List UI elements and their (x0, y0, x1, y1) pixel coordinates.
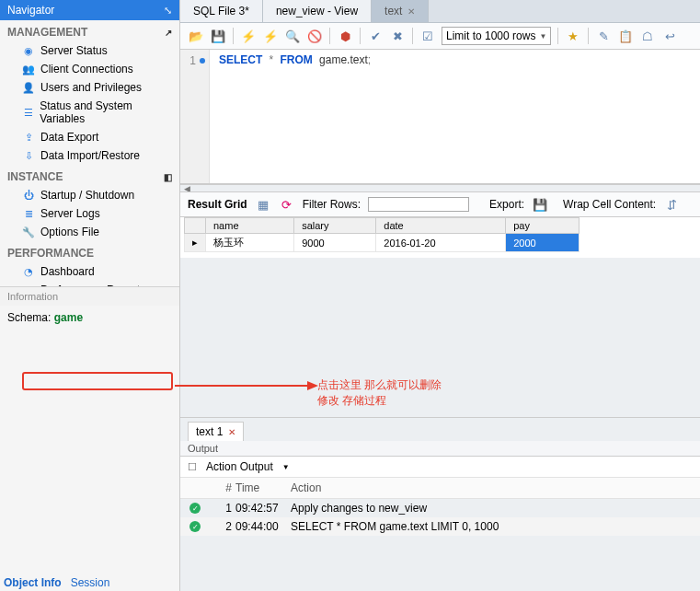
nav-item-dashboard[interactable]: ◔Dashboard (0, 262, 179, 281)
execute-icon[interactable]: ⚡ (240, 28, 257, 44)
breakpoint-icon[interactable] (200, 58, 205, 64)
information-header: Information (0, 286, 179, 306)
instance-section-title: INSTANCE ◧ (0, 165, 179, 186)
editor-tabs: SQL File 3* new_view - View text✕ (180, 0, 700, 23)
result-toolbar: Result Grid ▦ ⟳ Filter Rows: Export: 💾 W… (180, 191, 700, 217)
open-icon[interactable]: 📂 (188, 28, 204, 44)
clients-icon: 👥 (22, 63, 35, 75)
instance-icon: ◧ (164, 172, 172, 182)
col-pay[interactable]: pay (506, 218, 580, 234)
performance-section-title: PERFORMANCE (0, 241, 179, 262)
tab-sql-file-3[interactable]: SQL File 3* (180, 0, 263, 22)
stop-icon[interactable]: 🚫 (306, 28, 323, 44)
options-icon: 🔧 (22, 226, 35, 238)
cell-pay[interactable]: 2000 (506, 234, 580, 252)
nav-item-users-privileges[interactable]: 👤Users and Privileges (0, 78, 179, 97)
save-icon[interactable]: 💾 (210, 28, 226, 44)
output-header: # Time Action (180, 478, 700, 499)
schema-info: Schema: game (0, 306, 179, 330)
limit-config-icon[interactable]: ☑ (419, 28, 436, 44)
navigator-title: Navigator (7, 4, 54, 17)
col-action: Action (289, 480, 693, 496)
col-name[interactable]: name (206, 218, 294, 234)
nav-item-status-variables[interactable]: ☰Status and System Variables (0, 97, 179, 128)
nav-item-options-file[interactable]: 🔧Options File (0, 223, 179, 241)
grid-row[interactable]: ▸ 杨玉环 9000 2016-01-20 2000 (185, 234, 580, 252)
wrap-cell-label: Wrap Cell Content: (563, 198, 656, 211)
schema-name: game (54, 311, 83, 324)
nav-item-startup-shutdown[interactable]: ⏻Startup / Shutdown (0, 186, 179, 204)
explain-icon[interactable]: 🔍 (284, 28, 301, 44)
sql-toolbar: 📂 💾 ⚡ ⚡ 🔍 🚫 ⬢ ✔ ✖ ☑ Limit to 1000 rows▼ … (180, 23, 700, 50)
commit-icon[interactable]: ⬢ (337, 28, 353, 44)
nav-item-client-connections[interactable]: 👥Client Connections (0, 60, 179, 78)
col-salary[interactable]: salary (294, 218, 376, 234)
navigator-panel: Navigator ⤡ MANAGEMENT ↗ ◉Server Status … (0, 0, 180, 591)
chevron-down-icon: ▼ (539, 32, 546, 41)
beautify-icon[interactable]: ★ (565, 28, 581, 44)
refresh-result-icon[interactable]: ⟳ (279, 196, 295, 213)
wrap-icon[interactable]: ↩ (661, 28, 678, 44)
filter-rows-input[interactable] (368, 197, 469, 212)
filter-rows-label: Filter Rows: (303, 198, 361, 211)
output-row[interactable]: ✓ 2 09:44:00 SELECT * FROM game.text LIM… (180, 517, 700, 536)
col-time: Time (234, 480, 289, 496)
tab-session[interactable]: Session (71, 576, 110, 589)
result-sub-tabs: text 1✕ (180, 417, 700, 441)
info-bottom-tabs: Object Info Session (4, 576, 109, 589)
navigator-header: Navigator ⤡ (0, 0, 179, 20)
keyboard-icon[interactable]: ☖ (639, 28, 656, 44)
users-icon: 👤 (22, 81, 35, 94)
server-status-icon: ◉ (22, 44, 35, 57)
close-icon[interactable]: ✕ (407, 6, 415, 17)
sql-editor[interactable]: 1 SELECT * FROM game.text; (180, 50, 700, 184)
export-result-icon[interactable]: 💾 (532, 196, 548, 213)
output-row[interactable]: ✓ 1 09:42:57 Apply changes to new_view (180, 499, 700, 517)
success-icon: ✓ (189, 503, 201, 514)
output-window-icon[interactable]: ☐ (188, 461, 197, 473)
collapse-icon[interactable]: ⤡ (164, 5, 172, 17)
main-panel: SQL File 3* new_view - View text✕ 📂 💾 ⚡ … (180, 0, 700, 591)
status-icon: ☰ (22, 106, 34, 119)
find-icon[interactable]: ✎ (595, 28, 612, 44)
tab-text[interactable]: text✕ (372, 0, 429, 22)
cell-date[interactable]: 2016-01-20 (376, 234, 506, 252)
editor-gutter: 1 (180, 50, 210, 183)
grid-icon[interactable]: ▦ (255, 196, 271, 213)
output-type-combo[interactable]: Action Output▼ (202, 459, 293, 474)
col-date[interactable]: date (376, 218, 506, 234)
power-icon: ⏻ (22, 189, 35, 202)
execute-step-icon[interactable]: ⚡ (262, 28, 279, 44)
output-selector: ☐ Action Output▼ (180, 457, 700, 478)
wrap-cell-icon[interactable]: ⇵ (663, 196, 680, 213)
autocommit-off-icon[interactable]: ✖ (389, 28, 406, 44)
limit-rows-combo[interactable]: Limit to 1000 rows▼ (442, 27, 551, 45)
result-grid-label: Result Grid (188, 198, 247, 211)
export-label: Export: (489, 198, 524, 211)
import-icon: ⇩ (22, 149, 35, 162)
snippets-icon[interactable]: 📋 (617, 28, 634, 44)
sub-tab-text1[interactable]: text 1✕ (188, 422, 244, 441)
code-area[interactable]: SELECT * FROM game.text; (210, 50, 380, 183)
chevron-down-icon: ▼ (282, 463, 290, 471)
logs-icon: ≣ (22, 207, 35, 220)
cell-name[interactable]: 杨玉环 (206, 234, 294, 252)
tab-object-info[interactable]: Object Info (4, 576, 62, 589)
nav-item-server-logs[interactable]: ≣Server Logs (0, 204, 179, 223)
grid-header-row: name salary date pay (185, 218, 580, 234)
row-indicator[interactable]: ▸ (185, 234, 206, 252)
output-title: Output (180, 441, 700, 457)
success-icon: ✓ (189, 521, 201, 532)
detach-icon[interactable]: ↗ (165, 28, 172, 38)
nav-item-server-status[interactable]: ◉Server Status (0, 41, 179, 60)
nav-item-data-export[interactable]: ⇪Data Export (0, 128, 179, 146)
autocommit-on-icon[interactable]: ✔ (367, 28, 384, 44)
col-num: # (206, 480, 234, 496)
tab-new-view[interactable]: new_view - View (263, 0, 372, 22)
result-grid[interactable]: name salary date pay ▸ 杨玉环 9000 2016-01-… (180, 217, 700, 258)
dashboard-icon: ◔ (22, 265, 35, 278)
nav-item-data-import[interactable]: ⇩Data Import/Restore (0, 146, 179, 165)
close-icon[interactable]: ✕ (228, 427, 235, 437)
cell-salary[interactable]: 9000 (294, 234, 376, 252)
export-icon: ⇪ (22, 131, 35, 144)
